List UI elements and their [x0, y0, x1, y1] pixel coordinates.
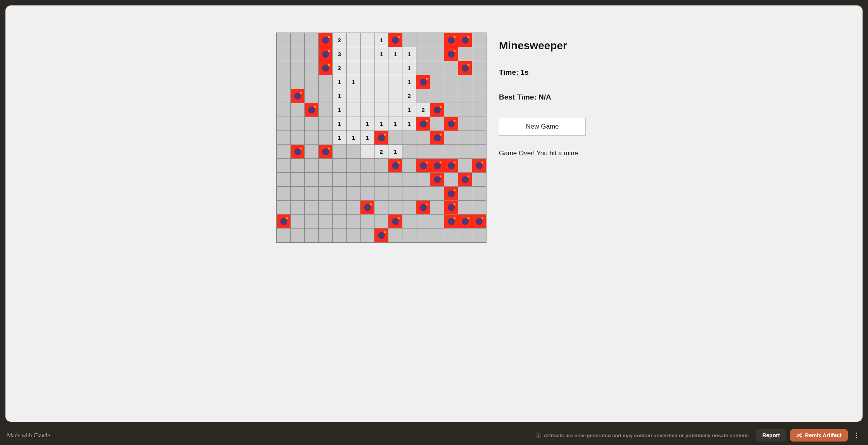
cell-4-12[interactable]: [444, 89, 458, 103]
cell-7-14[interactable]: [472, 131, 486, 144]
cell-9-5[interactable]: [347, 159, 360, 172]
cell-14-2[interactable]: [305, 229, 318, 242]
cell-4-7[interactable]: [374, 89, 388, 103]
cell-14-6[interactable]: [361, 229, 374, 242]
cell-10-7[interactable]: [374, 173, 388, 186]
cell-1-13[interactable]: [458, 47, 472, 61]
cell-5-12[interactable]: [444, 103, 458, 117]
cell-14-1[interactable]: [291, 229, 304, 242]
cell-0-10[interactable]: [416, 33, 430, 47]
cell-14-7[interactable]: [374, 229, 388, 242]
cell-7-11[interactable]: [430, 131, 444, 144]
cell-7-1[interactable]: [291, 131, 304, 144]
cell-12-12[interactable]: [444, 201, 458, 214]
cell-12-13[interactable]: [458, 201, 472, 214]
cell-5-13[interactable]: [458, 103, 472, 117]
cell-9-4[interactable]: [333, 159, 346, 172]
cell-12-14[interactable]: [472, 201, 486, 214]
cell-1-10[interactable]: [416, 47, 430, 61]
cell-8-4[interactable]: [333, 145, 346, 158]
cell-11-11[interactable]: [430, 187, 444, 200]
cell-10-12[interactable]: [444, 173, 458, 186]
cell-6-1[interactable]: [291, 117, 304, 131]
cell-3-14[interactable]: [472, 75, 486, 89]
cell-8-0[interactable]: [277, 145, 290, 158]
cell-6-5[interactable]: [347, 117, 360, 131]
cell-0-0[interactable]: [277, 33, 290, 47]
cell-8-7[interactable]: 2: [374, 145, 388, 158]
cell-5-9[interactable]: 1: [402, 103, 416, 117]
cell-10-13[interactable]: [458, 173, 472, 186]
cell-5-3[interactable]: [319, 103, 332, 117]
cell-6-4[interactable]: 1: [333, 117, 346, 131]
cell-1-0[interactable]: [277, 47, 290, 61]
cell-0-7[interactable]: 1: [374, 33, 388, 47]
cell-1-3[interactable]: [319, 47, 332, 61]
cell-10-1[interactable]: [291, 173, 304, 186]
cell-2-11[interactable]: [430, 61, 444, 75]
cell-2-13[interactable]: [458, 61, 472, 75]
cell-6-8[interactable]: 1: [388, 117, 402, 131]
cell-9-11[interactable]: [430, 159, 444, 172]
cell-1-6[interactable]: [361, 47, 374, 61]
cell-6-0[interactable]: [277, 117, 290, 131]
new-game-button[interactable]: New Game: [499, 118, 586, 136]
cell-13-12[interactable]: [444, 215, 458, 228]
cell-10-5[interactable]: [347, 173, 360, 186]
cell-0-8[interactable]: [388, 33, 402, 47]
cell-11-1[interactable]: [291, 187, 304, 200]
cell-7-10[interactable]: [416, 131, 430, 144]
cell-2-8[interactable]: [388, 61, 402, 75]
cell-4-10[interactable]: [416, 89, 430, 103]
cell-3-6[interactable]: [361, 75, 374, 89]
cell-3-8[interactable]: [388, 75, 402, 89]
cell-5-8[interactable]: [388, 103, 402, 117]
cell-4-11[interactable]: [430, 89, 444, 103]
cell-11-14[interactable]: [472, 187, 486, 200]
cell-4-6[interactable]: [361, 89, 374, 103]
cell-13-13[interactable]: [458, 215, 472, 228]
cell-3-10[interactable]: [416, 75, 430, 89]
cell-4-4[interactable]: 1: [333, 89, 346, 103]
cell-7-9[interactable]: [402, 131, 416, 144]
cell-8-9[interactable]: [402, 145, 416, 158]
cell-1-1[interactable]: [291, 47, 304, 61]
cell-5-5[interactable]: [347, 103, 360, 117]
cell-6-13[interactable]: [458, 117, 472, 131]
cell-5-10[interactable]: 2: [416, 103, 430, 117]
cell-10-2[interactable]: [305, 173, 318, 186]
cell-10-8[interactable]: [388, 173, 402, 186]
cell-2-7[interactable]: [374, 61, 388, 75]
cell-13-7[interactable]: [374, 215, 388, 228]
cell-3-5[interactable]: 1: [347, 75, 360, 89]
cell-4-2[interactable]: [305, 89, 318, 103]
cell-6-14[interactable]: [472, 117, 486, 131]
cell-0-4[interactable]: 2: [333, 33, 346, 47]
cell-10-4[interactable]: [333, 173, 346, 186]
cell-7-4[interactable]: 1: [333, 131, 346, 144]
cell-4-5[interactable]: [347, 89, 360, 103]
cell-14-3[interactable]: [319, 229, 332, 242]
cell-0-2[interactable]: [305, 33, 318, 47]
cell-10-14[interactable]: [472, 173, 486, 186]
cell-12-3[interactable]: [319, 201, 332, 214]
cell-3-12[interactable]: [444, 75, 458, 89]
cell-9-2[interactable]: [305, 159, 318, 172]
cell-11-9[interactable]: [402, 187, 416, 200]
cell-12-4[interactable]: [333, 201, 346, 214]
cell-9-12[interactable]: [444, 159, 458, 172]
cell-7-3[interactable]: [319, 131, 332, 144]
cell-9-6[interactable]: [361, 159, 374, 172]
cell-14-8[interactable]: [388, 229, 402, 242]
cell-13-9[interactable]: [402, 215, 416, 228]
cell-13-10[interactable]: [416, 215, 430, 228]
cell-0-5[interactable]: [347, 33, 360, 47]
cell-8-11[interactable]: [430, 145, 444, 158]
cell-11-2[interactable]: [305, 187, 318, 200]
more-menu-button[interactable]: [852, 429, 861, 442]
report-button[interactable]: Report: [756, 429, 786, 442]
cell-13-4[interactable]: [333, 215, 346, 228]
cell-3-1[interactable]: [291, 75, 304, 89]
cell-10-10[interactable]: [416, 173, 430, 186]
cell-2-6[interactable]: [361, 61, 374, 75]
